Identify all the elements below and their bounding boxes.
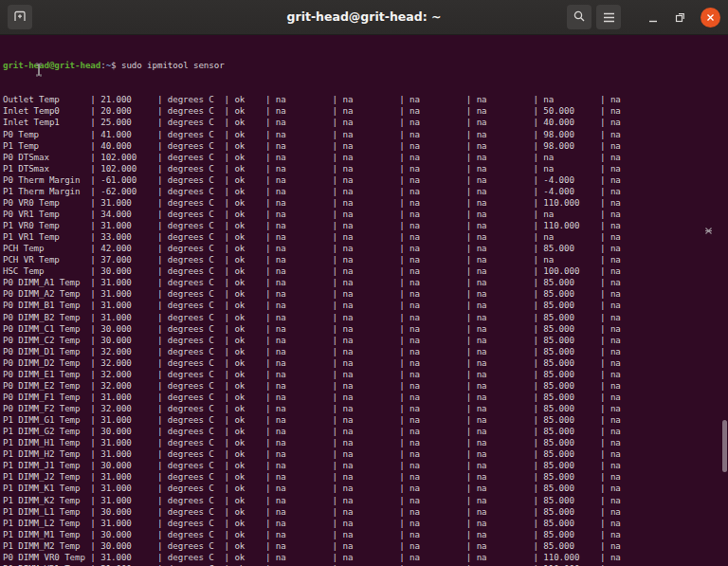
minimize-icon [648, 9, 658, 27]
close-icon [701, 8, 720, 27]
sensor-row: P1 DIMM_H1 Temp | 31.000 | degrees C | o… [3, 437, 728, 448]
scrollbar-thumb[interactable] [722, 420, 727, 472]
sensor-row: P0 DTSmax | 102.000 | degrees C | ok | n… [3, 152, 728, 163]
sensor-row: P0 VR1 Temp | 34.000 | degrees C | ok | … [3, 209, 728, 220]
sensor-row: HSC Temp | 30.000 | degrees C | ok | na … [3, 265, 728, 277]
minimize-button[interactable] [641, 5, 665, 29]
sensor-row: Inlet Temp0 | 20.000 | degrees C | ok | … [3, 105, 728, 117]
restore-window-icon [675, 9, 685, 27]
sensor-row: P1 DIMM_H2 Temp | 31.000 | degrees C | o… [3, 448, 728, 460]
sensor-row: PCH VR Temp | 37.000 | degrees C | ok | … [3, 254, 728, 265]
sensor-row: P0 DIMM_F1 Temp | 31.000 | degrees C | o… [3, 392, 728, 403]
prompt-symbol: $ [111, 60, 121, 70]
sensor-row: P1 DIMM_J2 Temp | 31.000 | degrees C | o… [3, 471, 728, 483]
sensor-row: P0 DIMM_B2 Temp | 31.000 | degrees C | o… [3, 312, 728, 323]
sensor-row: P1 VR0 Temp | 31.000 | degrees C | ok | … [3, 220, 728, 231]
sensor-row: P1 DIMM_M2 Temp | 30.000 | degrees C | o… [3, 540, 728, 552]
sensor-row: Outlet Temp | 21.000 | degrees C | ok | … [3, 94, 728, 105]
prompt-line: grit-head@grit-head:~$ sudo ipmitool sen… [3, 60, 728, 71]
sensor-table: Outlet Temp | 21.000 | degrees C | ok | … [3, 94, 728, 566]
sensor-row: P0 DIMM_D2 Temp | 32.000 | degrees C | o… [3, 357, 728, 369]
sensor-row: P1 DIMM_L2 Temp | 31.000 | degrees C | o… [3, 518, 728, 529]
sensor-row: P0 DIMM_F2 Temp | 32.000 | degrees C | o… [3, 403, 728, 414]
sensor-row: P0 VR0 Temp | 31.000 | degrees C | ok | … [3, 197, 728, 209]
terminal-window: grit-head@grit-head: ~ [0, 0, 728, 566]
search-button[interactable] [567, 5, 592, 29]
restore-button[interactable] [667, 5, 692, 29]
sensor-row: P1 DIMM_J1 Temp | 30.000 | degrees C | o… [3, 460, 728, 471]
sensor-row: P0 DIMM_B1 Temp | 31.000 | degrees C | o… [3, 300, 728, 311]
sensor-row: P1 DIMM_L1 Temp | 30.000 | degrees C | o… [3, 506, 728, 518]
sensor-row: P0 DIMM_E2 Temp | 32.000 | degrees C | o… [3, 380, 728, 392]
sensor-row: P1 VR1 Temp | 33.000 | degrees C | ok | … [3, 231, 728, 243]
sensor-row: P1 DIMM_K1 Temp | 31.000 | degrees C | o… [3, 483, 728, 494]
sensor-row: Inlet Temp1 | 25.000 | degrees C | ok | … [3, 117, 728, 128]
terminal-output-area[interactable]: grit-head@grit-head:~$ sudo ipmitool sen… [0, 34, 728, 566]
sensor-row: P1 DIMM_G2 Temp | 30.000 | degrees C | o… [3, 426, 728, 437]
sensor-row: P0 Therm Margin | -61.000 | degrees C | … [3, 174, 728, 186]
prompt-user-host: grit-head@grit-head [3, 60, 100, 70]
sensor-row: P0 DIMM_E1 Temp | 32.000 | degrees C | o… [3, 369, 728, 380]
new-tab-button[interactable] [8, 5, 32, 29]
sensor-row: P0 DIMM_C1 Temp | 30.000 | degrees C | o… [3, 323, 728, 335]
command-text: sudo ipmitool sensor [121, 60, 225, 70]
close-button[interactable] [698, 5, 722, 29]
sensor-row: P0 DIMM VR0 Temp | 31.000 | degrees C | … [3, 552, 728, 563]
sensor-row: PCH Temp | 42.000 | degrees C | ok | na … [3, 243, 728, 254]
search-icon [573, 9, 586, 27]
sensor-row: P0 DIMM_D1 Temp | 32.000 | degrees C | o… [3, 346, 728, 357]
sensor-row: P1 DIMM_G1 Temp | 31.000 | degrees C | o… [3, 414, 728, 426]
sensor-row: P1 Therm Margin | -62.000 | degrees C | … [3, 186, 728, 197]
sensor-row: P1 DIMM_K2 Temp | 31.000 | degrees C | o… [3, 495, 728, 506]
sensor-row: P1 Temp | 40.000 | degrees C | ok | na |… [3, 140, 728, 152]
menu-button[interactable] [596, 5, 621, 29]
sensor-row: P0 DIMM_A2 Temp | 31.000 | degrees C | o… [3, 288, 728, 300]
sensor-row: P1 DIMM_M1 Temp | 30.000 | degrees C | o… [3, 529, 728, 540]
sensor-row: P0 DIMM_A1 Temp | 31.000 | degrees C | o… [3, 277, 728, 288]
hamburger-menu-icon [603, 9, 615, 27]
sensor-row: P0 Temp | 41.000 | degrees C | ok | na |… [3, 129, 728, 140]
sensor-row: P0 DIMM_C2 Temp | 30.000 | degrees C | o… [3, 335, 728, 346]
titlebar[interactable]: grit-head@grit-head: ~ [0, 0, 728, 35]
new-tab-icon [13, 9, 27, 27]
sensor-row: P1 DTSmax | 102.000 | degrees C | ok | n… [3, 163, 728, 174]
